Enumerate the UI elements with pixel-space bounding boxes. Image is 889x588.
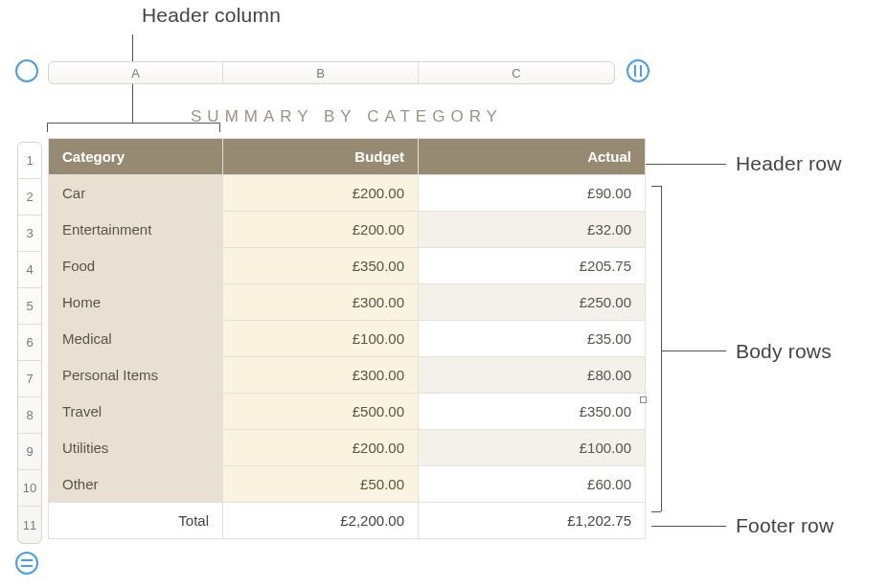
table-row: Other £50.00 £60.00 — [49, 466, 646, 503]
header-row: Category Budget Actual — [49, 139, 646, 175]
table-row: Entertainment £200.00 £32.00 — [49, 212, 646, 248]
callout-line — [661, 351, 726, 351]
row-header[interactable]: 3 — [18, 215, 41, 252]
cell-budget[interactable]: £500.00 — [223, 394, 419, 430]
header-cell-actual[interactable]: Actual — [419, 139, 646, 175]
table-row: Car £200.00 £90.00 — [49, 175, 646, 212]
add-column-handle[interactable] — [627, 59, 650, 82]
callout-line — [651, 526, 726, 527]
cell-actual[interactable]: £205.75 — [419, 248, 646, 284]
callout-line — [661, 186, 662, 511]
table-container: SUMMARY BY CATEGORY Category Budget Actu… — [48, 103, 646, 539]
cell-category[interactable]: Travel — [49, 394, 223, 430]
table-row: Medical £100.00 £35.00 — [49, 321, 646, 357]
column-headers: A B C — [48, 61, 615, 84]
column-header-c[interactable]: C — [419, 62, 614, 83]
cell-actual[interactable]: £35.00 — [419, 321, 646, 357]
table-title[interactable]: SUMMARY BY CATEGORY — [48, 103, 646, 138]
cell-actual[interactable]: £250.00 — [419, 284, 646, 321]
callout-line — [651, 186, 661, 187]
callout-footer-row: Footer row — [736, 514, 833, 537]
budget-table: Category Budget Actual Car £200.00 £90.0… — [48, 138, 646, 539]
cell-actual[interactable]: £60.00 — [419, 466, 646, 503]
row-header[interactable]: 6 — [18, 325, 41, 361]
cell-category[interactable]: Food — [49, 248, 223, 284]
cell-budget[interactable]: £300.00 — [223, 284, 419, 321]
callout-line — [651, 511, 661, 512]
cell-budget[interactable]: £50.00 — [223, 466, 419, 503]
table-row: Home £300.00 £250.00 — [49, 284, 646, 321]
cell-category[interactable]: Car — [49, 175, 223, 212]
row-header[interactable]: 2 — [18, 179, 41, 215]
row-header[interactable]: 4 — [18, 252, 41, 288]
cell-budget[interactable]: £350.00 — [223, 248, 419, 284]
footer-row: Total £2,200.00 £1,202.75 — [49, 503, 646, 539]
footer-cell-actual[interactable]: £1,202.75 — [419, 503, 646, 539]
callout-line — [637, 164, 726, 165]
cell-budget[interactable]: £200.00 — [223, 212, 419, 248]
selection-handle[interactable] — [640, 396, 647, 403]
callout-body-rows: Body rows — [736, 340, 832, 363]
cell-category[interactable]: Medical — [49, 321, 223, 357]
table-select-all-handle[interactable] — [15, 59, 38, 82]
cell-budget[interactable]: £300.00 — [223, 357, 419, 394]
footer-cell-budget[interactable]: £2,200.00 — [223, 503, 419, 539]
cell-category[interactable]: Other — [49, 466, 223, 503]
row-headers: 1 2 3 4 5 6 7 8 9 10 11 — [17, 142, 42, 544]
footer-cell-label[interactable]: Total — [49, 503, 223, 539]
callout-header-column: Header column — [142, 4, 281, 27]
table-row: Food £350.00 £205.75 — [49, 248, 646, 284]
column-header-a[interactable]: A — [49, 62, 223, 83]
row-header[interactable]: 9 — [18, 434, 41, 470]
cell-actual[interactable]: £90.00 — [419, 175, 646, 212]
cell-budget[interactable]: £100.00 — [223, 321, 419, 357]
row-header[interactable]: 7 — [18, 361, 41, 397]
cell-actual[interactable]: £80.00 — [419, 357, 646, 394]
column-header-b[interactable]: B — [223, 62, 419, 83]
add-row-handle[interactable] — [15, 552, 38, 575]
table-row: Travel £500.00 £350.00 — [49, 394, 646, 430]
cell-category[interactable]: Utilities — [49, 430, 223, 466]
table-row: Personal Items £300.00 £80.00 — [49, 357, 646, 394]
cell-budget[interactable]: £200.00 — [223, 175, 419, 212]
header-cell-category[interactable]: Category — [49, 139, 223, 175]
row-header[interactable]: 11 — [18, 507, 41, 543]
row-header[interactable]: 8 — [18, 397, 41, 434]
row-header[interactable]: 5 — [18, 288, 41, 325]
table-row: Utilities £200.00 £100.00 — [49, 430, 646, 466]
cell-budget[interactable]: £200.00 — [223, 430, 419, 466]
row-header[interactable]: 1 — [18, 143, 41, 179]
callout-header-row: Header row — [736, 152, 842, 175]
cell-actual[interactable]: £100.00 — [419, 430, 646, 466]
cell-category[interactable]: Home — [49, 284, 223, 321]
cell-category[interactable]: Entertainment — [49, 212, 223, 248]
row-header[interactable]: 10 — [18, 470, 41, 507]
header-cell-budget[interactable]: Budget — [223, 139, 419, 175]
cell-actual[interactable]: £350.00 — [419, 394, 646, 430]
cell-actual[interactable]: £32.00 — [419, 212, 646, 248]
cell-category[interactable]: Personal Items — [49, 357, 223, 394]
